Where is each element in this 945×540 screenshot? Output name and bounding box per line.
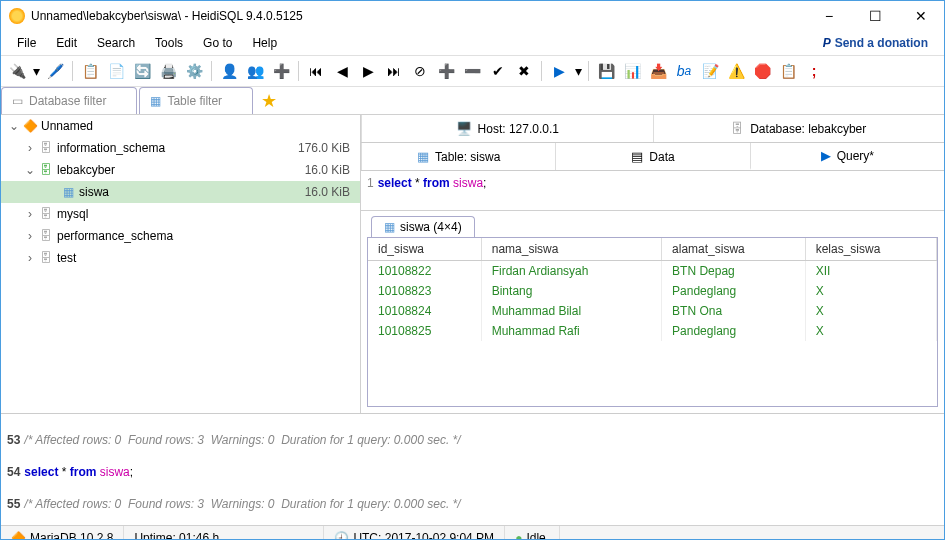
table-row[interactable]: 10108823BintangPandeglangX xyxy=(368,281,937,301)
tab-host[interactable]: 🖥️ Host: 127.0.0.1 xyxy=(361,115,653,142)
tree-item[interactable]: › 🗄 test xyxy=(1,247,360,269)
tool-user-icon[interactable]: 👤 xyxy=(217,59,241,83)
expand-icon[interactable]: › xyxy=(23,207,37,221)
tool-adduser-icon[interactable]: ➕ xyxy=(269,59,293,83)
col-header[interactable]: kelas_siswa xyxy=(805,238,936,261)
tool-stop2-icon[interactable]: 🛑 xyxy=(750,59,774,83)
tool-prev-icon[interactable]: ◀ xyxy=(330,59,354,83)
menu-file[interactable]: File xyxy=(7,34,46,52)
tool-format-icon[interactable]: ba xyxy=(672,59,696,83)
col-header[interactable]: nama_siswa xyxy=(481,238,661,261)
tool-print-icon[interactable]: 🖨️ xyxy=(156,59,180,83)
minimize-button[interactable]: − xyxy=(806,1,852,31)
col-header[interactable]: id_siswa xyxy=(368,238,481,261)
log-panel[interactable]: 53/* Affected rows: 0 Found rows: 3 Warn… xyxy=(1,413,944,525)
database-icon: 🗄 xyxy=(37,141,55,155)
expand-icon[interactable]: ⌄ xyxy=(7,119,21,133)
maximize-button[interactable]: ☐ xyxy=(852,1,898,31)
database-filter-tab[interactable]: ▭ Database filter xyxy=(1,87,137,114)
tool-semicolon-icon[interactable]: ; xyxy=(802,59,826,83)
tree-item[interactable]: › 🗄 mysql xyxy=(1,203,360,225)
database-icon: 🗄 xyxy=(37,251,55,265)
table-icon: ▦ xyxy=(417,149,429,164)
table-filter-tab[interactable]: ▦ Table filter xyxy=(139,87,253,114)
expand-icon[interactable]: › xyxy=(23,141,37,155)
tool-settings-icon[interactable]: ⚙️ xyxy=(182,59,206,83)
favorite-star-icon[interactable]: ★ xyxy=(255,87,283,114)
tree-item[interactable]: ⌄ 🗄 lebakcyber 16.0 KiB xyxy=(1,159,360,181)
clock-icon: 🕘 xyxy=(334,531,349,541)
table-icon: ▦ xyxy=(59,185,77,199)
table-row[interactable]: 10108825Muhammad RafiPandeglangX xyxy=(368,321,937,341)
tab-table[interactable]: ▦ Table: siswa xyxy=(361,143,555,170)
tool-add-icon[interactable]: ➕ xyxy=(434,59,458,83)
tab-data[interactable]: ▤ Data xyxy=(555,143,749,170)
donate-link[interactable]: P Send a donation xyxy=(823,36,938,50)
tool-last-icon[interactable]: ⏭ xyxy=(382,59,406,83)
tool-first-icon[interactable]: ⏮ xyxy=(304,59,328,83)
tool-users-icon[interactable]: 👥 xyxy=(243,59,267,83)
db-filter-icon: ▭ xyxy=(12,94,23,108)
app-icon xyxy=(9,8,25,24)
tree-item[interactable]: › 🗄 information_schema 176.0 KiB xyxy=(1,137,360,159)
query-run-icon: ▶ xyxy=(821,148,831,163)
database-tree[interactable]: ⌄ 🔶 Unnamed › 🗄 information_schema 176.0… xyxy=(1,115,361,413)
tool-cancel-icon[interactable]: ✖ xyxy=(512,59,536,83)
tool-commit-icon[interactable]: ✔ xyxy=(486,59,510,83)
table-filter-icon: ▦ xyxy=(150,94,161,108)
tool-export-icon[interactable]: 📊 xyxy=(620,59,644,83)
tree-item[interactable]: › 🗄 performance_schema xyxy=(1,225,360,247)
status-utc: 🕘 UTC: 2017-10-02 9:04 PM xyxy=(324,526,505,540)
server-icon: 🔶 xyxy=(21,119,39,133)
tree-root[interactable]: ⌄ 🔶 Unnamed xyxy=(1,115,360,137)
tree-item-selected[interactable]: ▦ siswa 16.0 KiB xyxy=(1,181,360,203)
menu-goto[interactable]: Go to xyxy=(193,34,242,52)
tool-edit-icon[interactable]: 📝 xyxy=(698,59,722,83)
tool-import-icon[interactable]: 📥 xyxy=(646,59,670,83)
database-icon: 🗄 xyxy=(37,163,55,177)
sql-editor[interactable]: 1select * from siswa; xyxy=(361,171,944,211)
paypal-icon: P xyxy=(823,36,831,50)
tool-new-icon[interactable]: 🖊️ xyxy=(43,59,67,83)
database-icon: 🗄 xyxy=(731,121,744,136)
database-icon: 🗄 xyxy=(37,229,55,243)
tool-remove-icon[interactable]: ➖ xyxy=(460,59,484,83)
data-icon: ▤ xyxy=(631,149,643,164)
tool-connect-icon[interactable]: 🔌 xyxy=(5,59,29,83)
tool-next-icon[interactable]: ▶ xyxy=(356,59,380,83)
table-row[interactable]: 10108824Muhammad BilalBTN OnaX xyxy=(368,301,937,321)
menu-help[interactable]: Help xyxy=(242,34,287,52)
tool-run-dropdown-icon[interactable]: ▾ xyxy=(573,59,583,83)
expand-icon[interactable]: › xyxy=(23,229,37,243)
menu-search[interactable]: Search xyxy=(87,34,145,52)
expand-icon[interactable]: ⌄ xyxy=(23,163,37,177)
table-row[interactable]: 10108822Firdan ArdiansyahBTN DepagXII xyxy=(368,261,937,282)
close-button[interactable]: ✕ xyxy=(898,1,944,31)
menu-bar: File Edit Search Tools Go to Help P Send… xyxy=(1,31,944,55)
host-icon: 🖥️ xyxy=(456,121,472,136)
status-bar: 🔶 MariaDB 10.2.8 Uptime: 01:46 h 🕘 UTC: … xyxy=(1,525,944,540)
tool-copy-icon[interactable]: 📋 xyxy=(78,59,102,83)
tool-checklist-icon[interactable]: 📋 xyxy=(776,59,800,83)
tool-run-icon[interactable]: ▶ xyxy=(547,59,571,83)
server-status-icon: 🔶 xyxy=(11,531,26,541)
menu-tools[interactable]: Tools xyxy=(145,34,193,52)
tool-dropdown-icon[interactable]: ▾ xyxy=(31,59,41,83)
toolbar: 🔌 ▾ 🖊️ 📋 📄 🔄 🖨️ ⚙️ 👤 👥 ➕ ⏮ ◀ ▶ ⏭ ⊘ ➕ ➖ ✔… xyxy=(1,55,944,87)
tool-paste-icon[interactable]: 📄 xyxy=(104,59,128,83)
tab-query[interactable]: ▶ Query* xyxy=(750,143,944,170)
menu-edit[interactable]: Edit xyxy=(46,34,87,52)
col-header[interactable]: alamat_siswa xyxy=(662,238,806,261)
result-grid[interactable]: id_siswa nama_siswa alamat_siswa kelas_s… xyxy=(367,237,938,407)
database-icon: 🗄 xyxy=(37,207,55,221)
tool-refresh-icon[interactable]: 🔄 xyxy=(130,59,154,83)
tool-warning-icon[interactable]: ⚠️ xyxy=(724,59,748,83)
expand-icon[interactable]: › xyxy=(23,251,37,265)
status-server: 🔶 MariaDB 10.2.8 xyxy=(1,526,124,540)
tool-save-icon[interactable]: 💾 xyxy=(594,59,618,83)
tab-database[interactable]: 🗄 Database: lebakcyber xyxy=(653,115,945,142)
table-icon: ▦ xyxy=(384,220,395,234)
title-bar: Unnamed\lebakcyber\siswa\ - HeidiSQL 9.4… xyxy=(1,1,944,31)
result-tab[interactable]: ▦ siswa (4×4) xyxy=(371,216,475,237)
tool-stop-icon[interactable]: ⊘ xyxy=(408,59,432,83)
